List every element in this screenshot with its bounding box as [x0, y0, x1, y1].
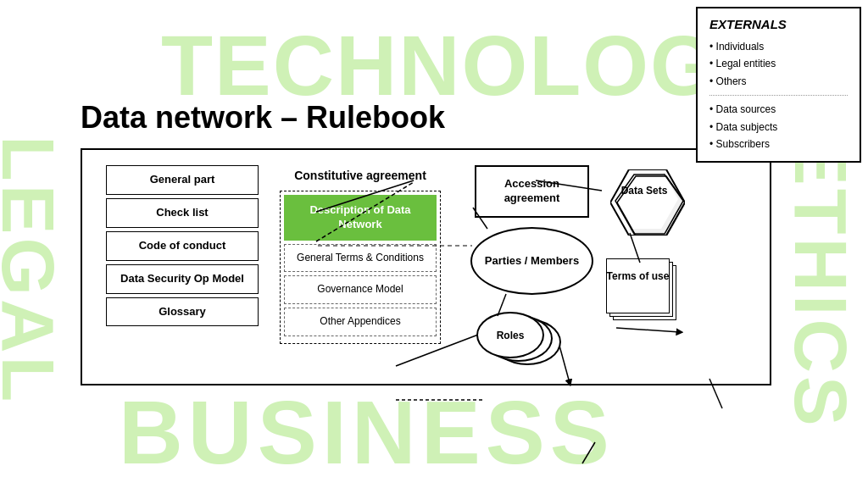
middle-column: Constitutive agreement Description of Da…: [280, 165, 441, 344]
main-content: Data network – Rulebook General part C: [0, 0, 868, 488]
page-title: Data network – Rulebook: [81, 100, 445, 136]
roles-oval[interactable]: Roles: [476, 312, 544, 358]
list-item-checklist[interactable]: Check list: [106, 198, 259, 228]
terms-stack: Terms of use: [606, 258, 682, 335]
constitutive-item-terms[interactable]: General Terms & Conditions: [284, 244, 437, 273]
svg-line-3: [582, 442, 595, 463]
externals-item-subscribers: • Subscribers: [709, 136, 848, 152]
constitutive-header: Constitutive agreement: [280, 165, 441, 186]
externals-item-legal: • Legal entities: [709, 55, 848, 72]
constitutive-item-description[interactable]: Description of Data Network: [284, 195, 437, 241]
externals-title: EXTERNALS: [709, 17, 848, 31]
list-item-security[interactable]: Data Security Op Model: [106, 264, 259, 294]
externals-box: EXTERNALS • Individuals • Legal entities…: [696, 7, 861, 163]
left-column: General part Check list Code of conduct …: [106, 165, 259, 326]
constitutive-items-box: Description of Data Network General Term…: [280, 191, 441, 344]
list-item-conduct[interactable]: Code of conduct: [106, 231, 259, 261]
externals-item-datasubjects: • Data subjects: [709, 119, 848, 136]
datasets-label: Data Sets: [610, 185, 678, 198]
paper-front: [606, 258, 670, 313]
svg-line-5: [709, 379, 722, 408]
svg-marker-13: [610, 169, 685, 236]
externals-item-individuals: • Individuals: [709, 38, 848, 55]
parties-members-oval[interactable]: Parties / Members: [470, 227, 593, 295]
list-item-glossary[interactable]: Glossary: [106, 297, 259, 327]
constitutive-item-governance[interactable]: Governance Model: [284, 275, 437, 304]
constitutive-item-appendices[interactable]: Other Appendices: [284, 308, 437, 336]
externals-item-others: • Others: [709, 73, 848, 90]
list-item-general[interactable]: General part: [106, 165, 259, 195]
externals-divider: [709, 95, 848, 96]
accession-box[interactable]: Accession agreement: [475, 165, 589, 218]
externals-item-datasources: • Data sources: [709, 101, 848, 118]
hex-svg: [610, 169, 685, 236]
